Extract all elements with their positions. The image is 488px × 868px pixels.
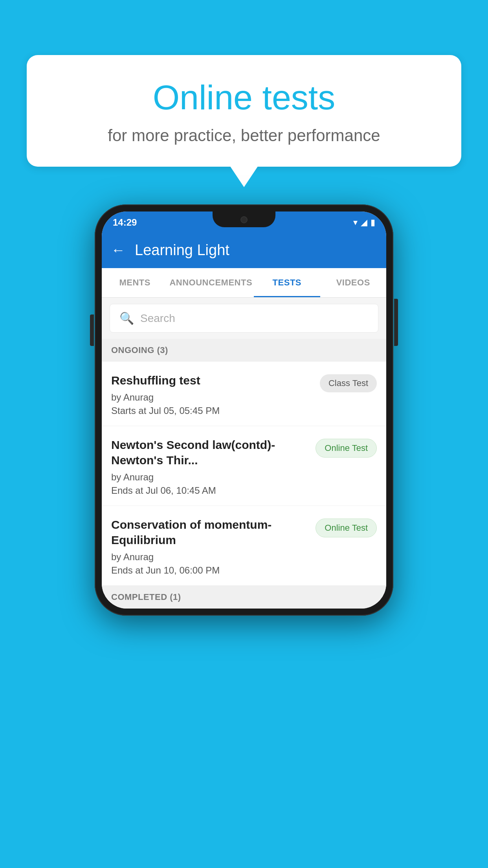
back-button[interactable]: ← — [111, 242, 125, 258]
test-date-reshuffling: Starts at Jul 05, 05:45 PM — [111, 405, 314, 416]
test-item-content: Reshuffling test by Anurag Starts at Jul… — [111, 373, 314, 416]
search-icon: 🔍 — [119, 311, 134, 325]
phone-outer-shell: 14:29 ▾ ◢ ▮ ← Learning Light MENTS ANNOU… — [95, 204, 393, 616]
test-item-content-newtons: Newton's Second law(contd)-Newton's Thir… — [111, 437, 309, 496]
test-title-conservation: Conservation of momentum-Equilibrium — [111, 517, 309, 548]
tab-announcements[interactable]: ANNOUNCEMENTS — [168, 268, 254, 297]
phone-device: 14:29 ▾ ◢ ▮ ← Learning Light MENTS ANNOU… — [95, 204, 393, 616]
test-title-newtons: Newton's Second law(contd)-Newton's Thir… — [111, 437, 309, 468]
test-date-newtons: Ends at Jul 06, 10:45 AM — [111, 485, 309, 496]
status-icons: ▾ ◢ ▮ — [353, 217, 375, 228]
app-bar: ← Learning Light — [102, 232, 386, 268]
test-date-conservation: Ends at Jun 10, 06:00 PM — [111, 565, 309, 576]
test-item-conservation[interactable]: Conservation of momentum-Equilibrium by … — [102, 506, 386, 586]
tab-videos[interactable]: VIDEOS — [320, 268, 386, 297]
test-badge-reshuffling: Class Test — [320, 374, 377, 392]
tab-ments[interactable]: MENTS — [102, 268, 168, 297]
search-container: 🔍 Search — [102, 298, 386, 339]
test-title-reshuffling: Reshuffling test — [111, 373, 314, 388]
test-item-reshuffling[interactable]: Reshuffling test by Anurag Starts at Jul… — [102, 362, 386, 426]
speech-bubble: Online tests for more practice, better p… — [27, 55, 461, 167]
test-author-newtons: by Anurag — [111, 472, 309, 483]
test-author-conservation: by Anurag — [111, 552, 309, 563]
test-item-newtons[interactable]: Newton's Second law(contd)-Newton's Thir… — [102, 426, 386, 506]
signal-icon: ◢ — [361, 217, 367, 228]
tab-tests[interactable]: TESTS — [254, 268, 320, 297]
tab-bar: MENTS ANNOUNCEMENTS TESTS VIDEOS — [102, 268, 386, 298]
test-badge-conservation: Online Test — [316, 519, 377, 537]
search-bar[interactable]: 🔍 Search — [110, 304, 378, 333]
app-bar-title: Learning Light — [135, 242, 229, 259]
phone-notch — [213, 211, 275, 227]
bubble-title: Online tests — [50, 79, 438, 117]
search-input[interactable]: Search — [140, 312, 175, 325]
test-badge-newtons: Online Test — [316, 439, 377, 458]
camera-icon — [240, 216, 248, 223]
ongoing-section-header: ONGOING (3) — [102, 339, 386, 362]
completed-section-header: COMPLETED (1) — [102, 586, 386, 609]
status-time: 14:29 — [113, 217, 137, 228]
battery-icon: ▮ — [371, 217, 375, 228]
test-author-reshuffling: by Anurag — [111, 392, 314, 403]
phone-screen: 14:29 ▾ ◢ ▮ ← Learning Light MENTS ANNOU… — [102, 211, 386, 609]
test-item-content-conservation: Conservation of momentum-Equilibrium by … — [111, 517, 309, 576]
bubble-subtitle: for more practice, better performance — [50, 126, 438, 145]
wifi-icon: ▾ — [353, 217, 358, 228]
